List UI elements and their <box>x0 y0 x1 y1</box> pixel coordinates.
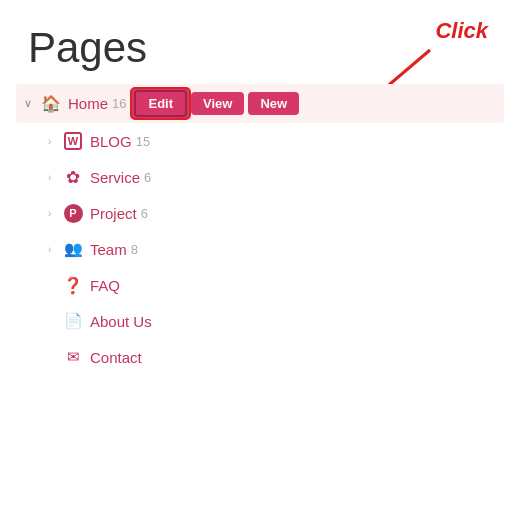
blog-icon: W <box>62 130 84 152</box>
home-actions: Edit View New <box>134 90 299 117</box>
home-count: 16 <box>112 96 126 111</box>
project-icon: P <box>62 202 84 224</box>
tree-item-service[interactable]: › ✿ Service 6 <box>36 159 504 195</box>
tree-item-blog[interactable]: › W BLOG 15 <box>36 123 504 159</box>
tree-item-project[interactable]: › P Project 6 <box>36 195 504 231</box>
chevron-home: ∨ <box>24 97 40 110</box>
chevron-project: › <box>48 208 62 219</box>
edit-button-wrapper: Edit <box>134 90 187 117</box>
team-icon: 👥 <box>62 238 84 260</box>
service-count: 6 <box>144 170 151 185</box>
click-annotation-label: Click <box>435 18 488 44</box>
tree-item-team[interactable]: › 👥 Team 8 <box>36 231 504 267</box>
contact-label: Contact <box>90 349 142 366</box>
team-label: Team <box>90 241 127 258</box>
faq-label: FAQ <box>90 277 120 294</box>
home-icon: 🏠 <box>40 93 62 115</box>
service-label: Service <box>90 169 140 186</box>
blog-label: BLOG <box>90 133 132 150</box>
about-icon: 📄 <box>62 310 84 332</box>
team-count: 8 <box>131 242 138 257</box>
faq-icon: ❓ <box>62 274 84 296</box>
blog-count: 15 <box>136 134 150 149</box>
pages-tree: ∨ 🏠 Home 16 Edit View New › W BLOG 15 › … <box>0 84 520 375</box>
chevron-team: › <box>48 244 62 255</box>
chevron-blog: › <box>48 136 62 147</box>
tree-item-home[interactable]: ∨ 🏠 Home 16 Edit View New <box>16 84 504 123</box>
project-count: 6 <box>141 206 148 221</box>
tree-item-faq[interactable]: › ❓ FAQ <box>36 267 504 303</box>
about-label: About Us <box>90 313 152 330</box>
tree-item-about[interactable]: › 📄 About Us <box>36 303 504 339</box>
home-label: Home <box>68 95 108 112</box>
tree-item-contact[interactable]: › ✉ Contact <box>36 339 504 375</box>
edit-button[interactable]: Edit <box>134 90 187 117</box>
chevron-service: › <box>48 172 62 183</box>
contact-icon: ✉ <box>62 346 84 368</box>
service-icon: ✿ <box>62 166 84 188</box>
child-items: › W BLOG 15 › ✿ Service 6 › P Project 6 … <box>16 123 504 375</box>
project-label: Project <box>90 205 137 222</box>
view-button[interactable]: View <box>191 92 244 115</box>
new-button[interactable]: New <box>248 92 299 115</box>
